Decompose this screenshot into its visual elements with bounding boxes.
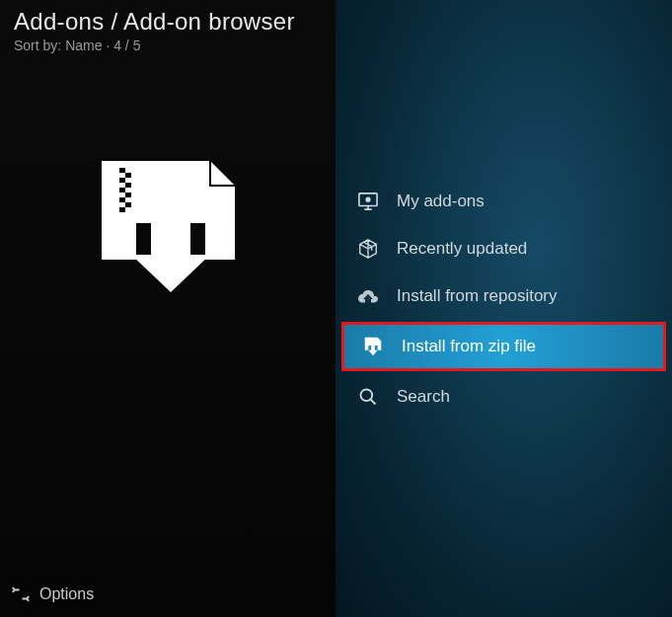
svg-rect-4 xyxy=(119,188,125,193)
svg-rect-8 xyxy=(119,207,125,212)
sort-prefix: Sort by: xyxy=(14,38,65,53)
svg-point-15 xyxy=(361,390,373,402)
menu-item-install-repository[interactable]: Install from repository xyxy=(336,272,672,320)
sort-info: Sort by: Name · 4 / 5 xyxy=(14,38,322,53)
content-icon-area xyxy=(0,57,336,298)
item-counter: 4 / 5 xyxy=(113,38,140,53)
svg-rect-13 xyxy=(368,341,369,342)
search-icon xyxy=(353,387,383,407)
page-title: Add-ons / Add-on browser xyxy=(14,8,322,36)
header: Add-ons / Add-on browser Sort by: Name ·… xyxy=(0,0,336,57)
menu-label: My add-ons xyxy=(397,192,485,211)
options-label: Options xyxy=(39,585,94,603)
svg-rect-14 xyxy=(369,342,370,343)
options-button[interactable]: Options xyxy=(0,572,336,617)
box-icon xyxy=(353,238,383,260)
svg-rect-2 xyxy=(119,178,125,183)
zip-download-icon xyxy=(358,336,388,357)
cloud-download-icon xyxy=(353,286,383,306)
menu-item-recently-updated[interactable]: Recently updated xyxy=(336,225,672,272)
menu-item-search[interactable]: Search xyxy=(336,373,672,421)
svg-point-10 xyxy=(366,197,370,201)
menu-label: Install from zip file xyxy=(402,337,536,356)
menu-item-my-addons[interactable]: My add-ons xyxy=(336,178,672,225)
menu-label: Search xyxy=(397,387,450,407)
monitor-icon xyxy=(353,192,383,211)
zip-download-large-icon xyxy=(92,156,245,298)
svg-rect-5 xyxy=(125,193,131,197)
svg-rect-0 xyxy=(119,168,125,173)
svg-rect-6 xyxy=(119,197,125,202)
menu-label: Recently updated xyxy=(397,239,527,259)
svg-rect-11 xyxy=(368,339,369,340)
sort-value: Name xyxy=(65,38,102,53)
svg-rect-3 xyxy=(125,183,131,188)
options-icon xyxy=(12,585,30,603)
svg-rect-1 xyxy=(125,173,131,178)
menu-label: Install from repository xyxy=(397,286,558,306)
menu-panel: My add-ons Recently updated Install from… xyxy=(336,0,672,617)
svg-rect-12 xyxy=(369,340,370,341)
svg-rect-7 xyxy=(125,202,131,207)
left-panel: Add-ons / Add-on browser Sort by: Name ·… xyxy=(0,0,336,617)
menu-item-install-zip[interactable]: Install from zip file xyxy=(341,322,666,371)
